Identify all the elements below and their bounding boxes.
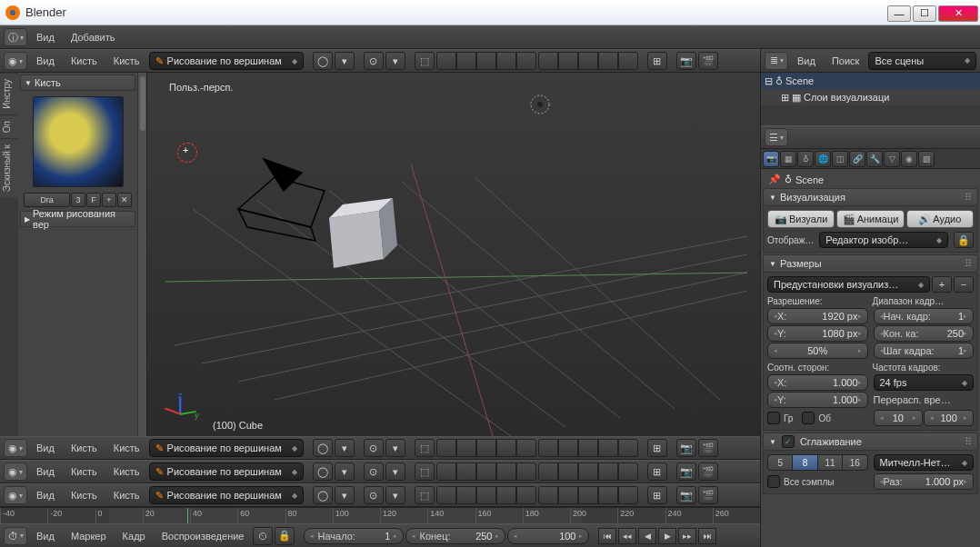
mode-dropdown[interactable]: ✎Рисование по вершинам◆ bbox=[149, 52, 304, 70]
snap-button[interactable]: ⊞ bbox=[647, 52, 667, 70]
tab-scene[interactable]: ♁ bbox=[797, 151, 814, 167]
view3d-editor-icon[interactable]: ◉ bbox=[4, 52, 27, 70]
layer-2[interactable] bbox=[456, 52, 476, 70]
layer-5[interactable] bbox=[516, 52, 536, 70]
shading-menu-4[interactable]: ▾ bbox=[335, 486, 355, 504]
mode-dropdown-2[interactable]: ✎Рисование по вершинам◆ bbox=[149, 439, 304, 457]
tab-texture[interactable]: ▨ bbox=[918, 151, 935, 167]
l10b[interactable] bbox=[618, 462, 638, 481]
glanim-3[interactable]: 🎬 bbox=[698, 462, 718, 481]
layer-1[interactable] bbox=[436, 52, 456, 70]
l7c[interactable] bbox=[558, 486, 578, 504]
editor-icon-4[interactable]: ◉ bbox=[4, 486, 27, 504]
keyframe-next-button[interactable]: ▸▸ bbox=[678, 528, 696, 544]
layer-3[interactable] bbox=[476, 52, 496, 70]
snap-4[interactable]: ⊞ bbox=[647, 486, 667, 504]
outliner-menu-view[interactable]: Вид bbox=[790, 55, 823, 66]
aa-11[interactable]: 11 bbox=[818, 454, 843, 471]
l3c[interactable] bbox=[476, 486, 496, 504]
l6c[interactable] bbox=[538, 486, 558, 504]
frame-end-field[interactable]: ◂Конец:250▸ bbox=[405, 528, 505, 544]
frame-start-field[interactable]: ◂Начало:1▸ bbox=[304, 528, 404, 544]
keyframe-prev-button[interactable]: ◂◂ bbox=[618, 528, 636, 544]
render-presets-dropdown[interactable]: Предустановки визуализ…◆ bbox=[767, 276, 930, 293]
menu-view-2[interactable]: Вид bbox=[29, 443, 62, 453]
frame-step-prop[interactable]: ◂Шаг кадра:1▸ bbox=[874, 343, 975, 359]
view3d-menu-brush[interactable]: Кисть bbox=[64, 55, 105, 66]
tab-tools[interactable]: Инстру bbox=[0, 73, 18, 114]
frame-start-prop[interactable]: ◂Нач. кадр:1▸ bbox=[874, 308, 975, 324]
shading-menu-button[interactable]: ▾ bbox=[335, 52, 355, 70]
l9[interactable] bbox=[598, 439, 618, 457]
outliner-tree[interactable]: ⊟♁Scene ⊞▦Слои визуализаци bbox=[761, 73, 980, 125]
menu-view-3[interactable]: Вид bbox=[29, 466, 62, 477]
opengl-render-anim-button[interactable]: 🎬 bbox=[698, 52, 718, 70]
menu-brushes-4[interactable]: Кисть bbox=[106, 490, 147, 501]
tab-world[interactable]: 🌐 bbox=[815, 151, 831, 167]
layer-10[interactable] bbox=[618, 52, 638, 70]
res-percent-field[interactable]: ◂50%▸ bbox=[767, 343, 868, 359]
layer-9[interactable] bbox=[598, 52, 618, 70]
props-editor-icon[interactable]: ☰ bbox=[765, 128, 788, 146]
outliner-row-scene[interactable]: ⊟♁Scene bbox=[761, 73, 980, 89]
l9b[interactable] bbox=[598, 462, 618, 481]
jump-start-button[interactable]: ⏮ bbox=[598, 528, 616, 544]
l4c[interactable] bbox=[496, 486, 516, 504]
l1[interactable] bbox=[436, 439, 456, 457]
manipulator-toggle[interactable]: ⬚ bbox=[415, 52, 435, 70]
aspect-x-field[interactable]: ◂X:1.000▸ bbox=[767, 374, 868, 391]
l3[interactable] bbox=[476, 439, 496, 457]
brush-fake[interactable]: F bbox=[86, 193, 101, 207]
l2b[interactable] bbox=[456, 462, 476, 481]
mode-dropdown-4[interactable]: ✎Рисование по вершинам◆ bbox=[149, 486, 304, 504]
filter-size-field[interactable]: ◂Раз:1.000 px▸ bbox=[874, 473, 975, 490]
l5c[interactable] bbox=[516, 486, 536, 504]
shading-3[interactable]: ◯ bbox=[313, 462, 333, 481]
full-sample-checkbox[interactable] bbox=[767, 475, 780, 488]
preset-add-button[interactable]: + bbox=[932, 276, 952, 293]
shading-2[interactable]: ◯ bbox=[313, 439, 333, 457]
l7[interactable] bbox=[558, 439, 578, 457]
lock-ui-button[interactable]: 🔒 bbox=[954, 232, 974, 248]
brush-users[interactable]: 3 bbox=[71, 193, 85, 207]
play-reverse-button[interactable]: ◀ bbox=[638, 528, 656, 544]
pivot-menu-2[interactable]: ▾ bbox=[385, 439, 405, 457]
pivot-2[interactable]: ⊙ bbox=[364, 439, 384, 457]
timeline[interactable]: -40-200204060801001201401601802002202402… bbox=[0, 507, 760, 523]
tl-menu-view[interactable]: Вид bbox=[29, 531, 62, 542]
opengl-render-button[interactable]: 📷 bbox=[676, 52, 696, 70]
outliner-row-layers[interactable]: ⊞▦Слои визуализаци bbox=[761, 89, 980, 105]
layer-4[interactable] bbox=[496, 52, 516, 70]
render-button[interactable]: 📷Визуали bbox=[767, 210, 835, 228]
brush-remove-button[interactable]: ✕ bbox=[117, 193, 132, 207]
l10c[interactable] bbox=[618, 486, 638, 504]
l7b[interactable] bbox=[558, 462, 578, 481]
shading-menu-3[interactable]: ▾ bbox=[335, 462, 355, 481]
layer-7[interactable] bbox=[558, 52, 578, 70]
l1b[interactable] bbox=[436, 462, 456, 481]
toolshelf-scrollbar[interactable] bbox=[137, 73, 146, 436]
pivot-4[interactable]: ⊙ bbox=[364, 486, 384, 504]
preset-remove-button[interactable]: − bbox=[954, 276, 974, 293]
glrender-3[interactable]: 📷 bbox=[676, 462, 696, 481]
menu-view[interactable]: Вид bbox=[29, 32, 62, 43]
l6[interactable] bbox=[538, 439, 558, 457]
brush-preview[interactable] bbox=[33, 96, 124, 187]
editor-icon-2[interactable]: ◉ bbox=[4, 439, 27, 457]
tab-grease-pencil[interactable]: Эскизный к bbox=[0, 138, 18, 197]
fps-dropdown[interactable]: 24 fps◆ bbox=[874, 374, 975, 391]
menu-view-4[interactable]: Вид bbox=[29, 490, 62, 501]
tab-render[interactable]: 📷 bbox=[763, 151, 779, 167]
res-x-field[interactable]: ◂X:1920 px▸ bbox=[767, 308, 868, 324]
view3d-menu-view[interactable]: Вид bbox=[29, 55, 62, 66]
l8b[interactable] bbox=[578, 462, 598, 481]
panel-dimensions-header[interactable]: ▼Размеры⠿ bbox=[763, 254, 978, 273]
aa-5[interactable]: 5 bbox=[767, 454, 793, 471]
aa-checkbox[interactable]: ✓ bbox=[782, 435, 795, 448]
aa-filter-dropdown[interactable]: Митчелл-Нет…◆ bbox=[874, 454, 975, 471]
menu-add[interactable]: Добавить bbox=[64, 32, 123, 43]
aspect-y-field[interactable]: ◂Y:1.000▸ bbox=[767, 392, 868, 408]
render-audio-button[interactable]: 🔊Аудио bbox=[906, 210, 974, 228]
crop-checkbox[interactable] bbox=[802, 412, 815, 424]
l3b[interactable] bbox=[476, 462, 496, 481]
